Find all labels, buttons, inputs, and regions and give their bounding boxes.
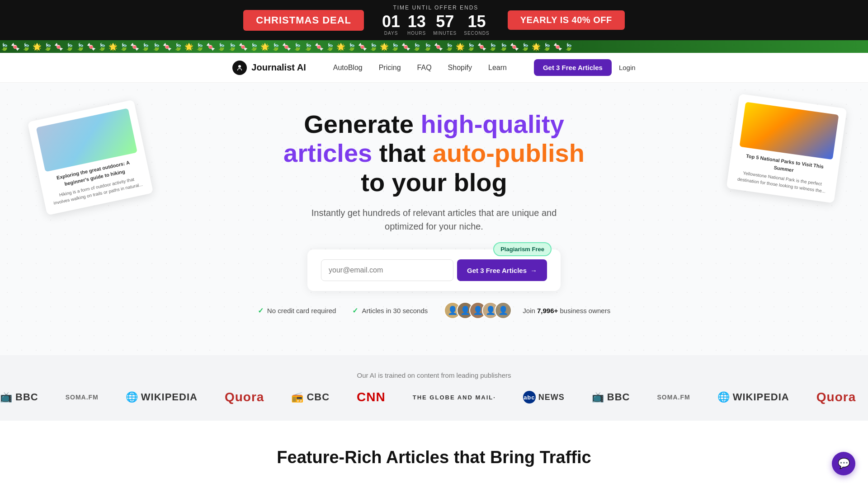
nav-faq[interactable]: FAQ bbox=[417, 64, 432, 72]
publisher-quora-2: Quora bbox=[816, 390, 856, 404]
publisher-globe-mail: THE GLOBE AND MAIL· bbox=[413, 394, 496, 401]
bbc-icon-1: 📺 bbox=[0, 391, 13, 403]
arrow-icon: → bbox=[530, 267, 537, 274]
countdown-days: 01 DAYS bbox=[382, 14, 400, 36]
countdown-title: TIME UNTIL OFFER ENDS bbox=[393, 5, 478, 11]
publisher-cnn: CNN bbox=[357, 390, 386, 404]
nav-actions: Get 3 Free Articles Login bbox=[534, 59, 636, 76]
hero-card-left: Exploring the great outdoors: A beginner… bbox=[28, 99, 154, 215]
publisher-soma-1: SOMA.FM bbox=[66, 394, 99, 401]
trust-join: 👤 👤 👤 👤 👤 Join 7,996+ business owners bbox=[444, 302, 610, 319]
countdown-minutes: 57 MINUTES bbox=[433, 14, 457, 36]
hero-section: Exploring the great outdoors: A beginner… bbox=[0, 83, 868, 355]
join-text: Join 7,996+ business owners bbox=[523, 307, 610, 314]
top-banner: CHRISTMAS DEAL TIME UNTIL OFFER ENDS 01 … bbox=[0, 0, 868, 40]
navbar: Journalist AI AutoBlog Pricing FAQ Shopi… bbox=[0, 53, 868, 83]
publishers-scroll: 📺 BBC SOMA.FM 🌐 WIKIPEDIA Quora 📻 CBC CN… bbox=[0, 390, 868, 404]
avatar-5: 👤 bbox=[495, 302, 512, 319]
holly-decoration bbox=[0, 40, 868, 53]
no-credit-card-label: No credit card required bbox=[267, 307, 336, 314]
email-form: Get 3 Free Articles → bbox=[321, 259, 547, 281]
hero-subtitle: Instantly get hundreds of relevant artic… bbox=[307, 206, 561, 233]
publisher-abc-news: abc NEWS bbox=[523, 391, 565, 404]
logo-icon bbox=[232, 61, 247, 75]
publishers-label: Our AI is trained on content from leadin… bbox=[0, 371, 868, 379]
join-label: business owners bbox=[560, 307, 610, 314]
trust-articles-speed: ✓ Articles in 30 seconds bbox=[352, 306, 428, 315]
publisher-wikipedia-1: 🌐 WIKIPEDIA bbox=[126, 391, 198, 403]
hero-title: Generate high-quality articles that auto… bbox=[276, 110, 592, 197]
christmas-deal-button[interactable]: CHRISTMAS DEAL bbox=[243, 10, 364, 31]
publisher-bbc-2: 📺 BBC bbox=[592, 391, 630, 403]
chat-icon: 💬 bbox=[838, 458, 850, 469]
cbc-icon: 📻 bbox=[291, 391, 304, 403]
publishers-section: Our AI is trained on content from leadin… bbox=[0, 355, 868, 421]
check-icon-2: ✓ bbox=[352, 306, 358, 315]
nav-login-button[interactable]: Login bbox=[619, 64, 636, 71]
publisher-quora-1: Quora bbox=[225, 390, 264, 404]
publisher-cbc: 📻 CBC bbox=[291, 391, 330, 403]
nav-links: AutoBlog Pricing FAQ Shopify Learn bbox=[333, 64, 507, 72]
check-icon-1: ✓ bbox=[258, 306, 264, 315]
hero-title-part2: that bbox=[372, 139, 433, 167]
feature-title: Feature-Rich Articles that Bring Traffic bbox=[9, 448, 859, 467]
nav-autoblog[interactable]: AutoBlog bbox=[333, 64, 363, 72]
trust-no-credit-card: ✓ No credit card required bbox=[258, 306, 336, 315]
nav-shopify[interactable]: Shopify bbox=[448, 64, 472, 72]
countdown-hours: 13 HOURS bbox=[407, 14, 426, 36]
nav-cta-button[interactable]: Get 3 Free Articles bbox=[534, 59, 612, 76]
yearly-offer-button[interactable]: YEARLY IS 40% OFF bbox=[508, 10, 625, 30]
articles-speed-label: Articles in 30 seconds bbox=[362, 307, 428, 314]
publisher-wikipedia-2: 🌐 WIKIPEDIA bbox=[717, 391, 789, 403]
countdown-seconds: 15 SECONDS bbox=[464, 14, 489, 36]
countdown-numbers: 01 DAYS 13 HOURS 57 MINUTES 15 SECONDS bbox=[382, 14, 490, 36]
email-submit-label: Get 3 Free Articles bbox=[467, 267, 527, 274]
publisher-soma-2: SOMA.FM bbox=[657, 394, 690, 401]
hero-title-part3: to your blog bbox=[361, 168, 507, 197]
plagiarism-badge: Plagiarism Free bbox=[493, 242, 552, 256]
logo-text: Journalist AI bbox=[251, 62, 306, 73]
svg-point-0 bbox=[238, 65, 241, 68]
nav-learn[interactable]: Learn bbox=[488, 64, 507, 72]
join-count: 7,996+ bbox=[537, 307, 558, 314]
bbc-icon-2: 📺 bbox=[592, 391, 604, 403]
hero-card-right: Top 5 National Parks to Visit This Summe… bbox=[726, 94, 847, 203]
email-submit-button[interactable]: Get 3 Free Articles → bbox=[457, 259, 547, 281]
publisher-bbc-1: 📺 BBC bbox=[0, 391, 38, 403]
nav-logo[interactable]: Journalist AI bbox=[232, 61, 306, 75]
wikipedia-icon-2: 🌐 bbox=[717, 391, 730, 403]
wikipedia-icon-1: 🌐 bbox=[126, 391, 138, 403]
feature-section: Feature-Rich Articles that Bring Traffic bbox=[0, 421, 868, 485]
trust-row: ✓ No credit card required ✓ Articles in … bbox=[9, 302, 859, 319]
abc-icon: abc bbox=[523, 391, 536, 404]
card-right-image bbox=[740, 102, 839, 160]
hero-title-highlight2: auto-publish bbox=[433, 139, 585, 167]
nav-pricing[interactable]: Pricing bbox=[379, 64, 401, 72]
countdown-block: TIME UNTIL OFFER ENDS 01 DAYS 13 HOURS 5… bbox=[382, 5, 490, 36]
hero-title-part1: Generate bbox=[304, 110, 420, 138]
email-input[interactable] bbox=[321, 259, 453, 281]
chat-button[interactable]: 💬 bbox=[832, 452, 855, 475]
avatar-group: 👤 👤 👤 👤 👤 bbox=[444, 302, 512, 319]
email-form-wrapper: Plagiarism Free Get 3 Free Articles → bbox=[307, 249, 561, 291]
